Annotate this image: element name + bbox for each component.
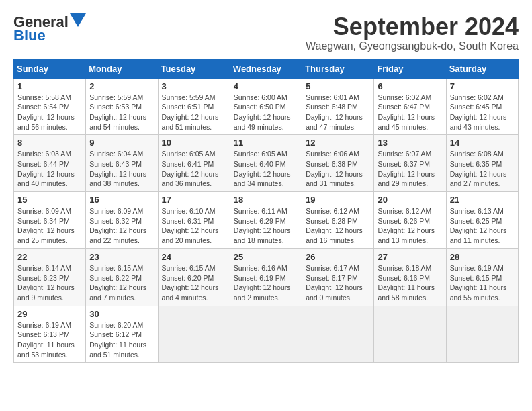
day-number: 12 — [306, 138, 370, 148]
day-detail: Sunrise: 6:18 AM Sunset: 6:16 PM Dayligh… — [378, 263, 442, 303]
day-detail: Sunrise: 6:15 AM Sunset: 6:22 PM Dayligh… — [89, 263, 154, 303]
day-number: 26 — [306, 252, 370, 262]
calendar-day-cell: 19Sunrise: 6:12 AM Sunset: 6:28 PM Dayli… — [302, 192, 374, 249]
calendar-day-cell: 20Sunrise: 6:12 AM Sunset: 6:26 PM Dayli… — [374, 192, 446, 249]
day-number: 18 — [234, 195, 298, 205]
calendar-week-row: 22Sunrise: 6:14 AM Sunset: 6:23 PM Dayli… — [14, 248, 519, 306]
day-detail: Sunrise: 6:05 AM Sunset: 6:40 PM Dayligh… — [234, 149, 298, 189]
day-number: 27 — [378, 252, 442, 262]
calendar-day-cell: 2Sunrise: 5:59 AM Sunset: 6:53 PM Daylig… — [86, 78, 158, 135]
day-number: 24 — [162, 252, 226, 262]
calendar-day-cell: 1Sunrise: 5:58 AM Sunset: 6:54 PM Daylig… — [14, 78, 86, 135]
calendar-header-tuesday: Tuesday — [158, 59, 230, 78]
calendar-day-cell: 18Sunrise: 6:11 AM Sunset: 6:29 PM Dayli… — [230, 192, 302, 249]
page-header: General Blue September 2024 Waegwan, Gye… — [13, 13, 519, 52]
day-detail: Sunrise: 6:09 AM Sunset: 6:32 PM Dayligh… — [89, 206, 154, 246]
day-number: 7 — [450, 81, 515, 91]
calendar-day-cell: 15Sunrise: 6:09 AM Sunset: 6:34 PM Dayli… — [14, 192, 86, 249]
calendar-day-cell: 10Sunrise: 6:05 AM Sunset: 6:41 PM Dayli… — [158, 135, 230, 192]
day-detail: Sunrise: 6:02 AM Sunset: 6:47 PM Dayligh… — [378, 93, 442, 132]
calendar-day-cell: 11Sunrise: 6:05 AM Sunset: 6:40 PM Dayli… — [230, 135, 302, 192]
calendar-week-row: 8Sunrise: 6:03 AM Sunset: 6:44 PM Daylig… — [14, 135, 519, 192]
day-number: 20 — [378, 195, 442, 205]
day-number: 21 — [450, 195, 515, 205]
calendar-day-cell: 17Sunrise: 6:10 AM Sunset: 6:31 PM Dayli… — [158, 192, 230, 249]
calendar-header-thursday: Thursday — [302, 59, 374, 78]
logo-blue: Blue — [13, 27, 46, 44]
calendar-day-cell — [158, 306, 230, 363]
calendar-day-cell: 14Sunrise: 6:08 AM Sunset: 6:35 PM Dayli… — [446, 135, 518, 192]
calendar-day-cell: 4Sunrise: 6:00 AM Sunset: 6:50 PM Daylig… — [230, 78, 302, 135]
day-number: 6 — [378, 81, 442, 91]
title-block: September 2024 Waegwan, Gyeongsangbuk-do… — [306, 13, 519, 52]
day-detail: Sunrise: 6:01 AM Sunset: 6:48 PM Dayligh… — [306, 93, 370, 132]
calendar-day-cell: 25Sunrise: 6:16 AM Sunset: 6:19 PM Dayli… — [230, 248, 302, 306]
day-number: 2 — [89, 81, 154, 91]
day-number: 23 — [89, 252, 154, 262]
calendar-day-cell: 28Sunrise: 6:19 AM Sunset: 6:15 PM Dayli… — [446, 248, 518, 306]
logo: General Blue — [13, 13, 86, 44]
calendar-header-row: SundayMondayTuesdayWednesdayThursdayFrid… — [14, 59, 519, 78]
day-detail: Sunrise: 6:00 AM Sunset: 6:50 PM Dayligh… — [234, 93, 298, 132]
day-number: 10 — [162, 138, 226, 148]
day-detail: Sunrise: 6:08 AM Sunset: 6:35 PM Dayligh… — [450, 149, 515, 189]
calendar-day-cell: 24Sunrise: 6:15 AM Sunset: 6:20 PM Dayli… — [158, 248, 230, 306]
calendar-week-row: 1Sunrise: 5:58 AM Sunset: 6:54 PM Daylig… — [14, 78, 519, 135]
day-number: 25 — [234, 252, 298, 262]
day-number: 5 — [306, 81, 370, 91]
svg-marker-0 — [70, 13, 86, 27]
day-detail: Sunrise: 6:09 AM Sunset: 6:34 PM Dayligh… — [17, 206, 82, 246]
calendar-day-cell: 3Sunrise: 5:59 AM Sunset: 6:51 PM Daylig… — [158, 78, 230, 135]
calendar-header-sunday: Sunday — [14, 59, 86, 78]
day-detail: Sunrise: 6:05 AM Sunset: 6:41 PM Dayligh… — [162, 149, 226, 189]
day-detail: Sunrise: 6:06 AM Sunset: 6:38 PM Dayligh… — [306, 149, 370, 189]
calendar-day-cell: 6Sunrise: 6:02 AM Sunset: 6:47 PM Daylig… — [374, 78, 446, 135]
day-detail: Sunrise: 6:16 AM Sunset: 6:19 PM Dayligh… — [234, 263, 298, 303]
day-detail: Sunrise: 6:12 AM Sunset: 6:28 PM Dayligh… — [306, 206, 370, 246]
day-number: 28 — [450, 252, 515, 262]
calendar-day-cell: 16Sunrise: 6:09 AM Sunset: 6:32 PM Dayli… — [86, 192, 158, 249]
day-detail: Sunrise: 6:20 AM Sunset: 6:12 PM Dayligh… — [89, 320, 154, 360]
day-number: 19 — [306, 195, 370, 205]
day-detail: Sunrise: 6:03 AM Sunset: 6:44 PM Dayligh… — [17, 149, 82, 189]
day-number: 29 — [17, 309, 82, 319]
calendar-header-monday: Monday — [86, 59, 158, 78]
day-number: 16 — [89, 195, 154, 205]
day-number: 17 — [162, 195, 226, 205]
calendar-day-cell: 22Sunrise: 6:14 AM Sunset: 6:23 PM Dayli… — [14, 248, 86, 306]
calendar-day-cell: 8Sunrise: 6:03 AM Sunset: 6:44 PM Daylig… — [14, 135, 86, 192]
calendar-day-cell: 9Sunrise: 6:04 AM Sunset: 6:43 PM Daylig… — [86, 135, 158, 192]
calendar-header-saturday: Saturday — [446, 59, 518, 78]
day-number: 11 — [234, 138, 298, 148]
day-detail: Sunrise: 6:11 AM Sunset: 6:29 PM Dayligh… — [234, 206, 298, 246]
calendar-header-friday: Friday — [374, 59, 446, 78]
day-detail: Sunrise: 6:14 AM Sunset: 6:23 PM Dayligh… — [17, 263, 82, 303]
day-number: 3 — [162, 81, 226, 91]
page-subtitle: Waegwan, Gyeongsangbuk-do, South Korea — [306, 40, 519, 52]
day-number: 30 — [89, 309, 154, 319]
day-detail: Sunrise: 5:59 AM Sunset: 6:51 PM Dayligh… — [162, 93, 226, 132]
calendar-day-cell: 13Sunrise: 6:07 AM Sunset: 6:37 PM Dayli… — [374, 135, 446, 192]
calendar-header-wednesday: Wednesday — [230, 59, 302, 78]
day-detail: Sunrise: 6:17 AM Sunset: 6:17 PM Dayligh… — [306, 263, 370, 303]
day-number: 1 — [17, 81, 82, 91]
day-number: 14 — [450, 138, 515, 148]
calendar-table: SundayMondayTuesdayWednesdayThursdayFrid… — [13, 59, 519, 363]
calendar-day-cell: 5Sunrise: 6:01 AM Sunset: 6:48 PM Daylig… — [302, 78, 374, 135]
day-detail: Sunrise: 6:15 AM Sunset: 6:20 PM Dayligh… — [162, 263, 226, 303]
day-detail: Sunrise: 6:07 AM Sunset: 6:37 PM Dayligh… — [378, 149, 442, 189]
calendar-day-cell: 30Sunrise: 6:20 AM Sunset: 6:12 PM Dayli… — [86, 306, 158, 363]
day-number: 22 — [17, 252, 82, 262]
logo-arrow-icon — [70, 13, 86, 27]
calendar-week-row: 15Sunrise: 6:09 AM Sunset: 6:34 PM Dayli… — [14, 192, 519, 249]
day-detail: Sunrise: 5:59 AM Sunset: 6:53 PM Dayligh… — [89, 93, 154, 132]
day-number: 15 — [17, 195, 82, 205]
day-number: 8 — [17, 138, 82, 148]
day-number: 4 — [234, 81, 298, 91]
calendar-day-cell — [446, 306, 518, 363]
day-detail: Sunrise: 6:19 AM Sunset: 6:15 PM Dayligh… — [450, 263, 515, 303]
page-title: September 2024 — [306, 13, 519, 40]
day-detail: Sunrise: 6:12 AM Sunset: 6:26 PM Dayligh… — [378, 206, 442, 246]
day-detail: Sunrise: 6:13 AM Sunset: 6:25 PM Dayligh… — [450, 206, 515, 246]
day-number: 13 — [378, 138, 442, 148]
